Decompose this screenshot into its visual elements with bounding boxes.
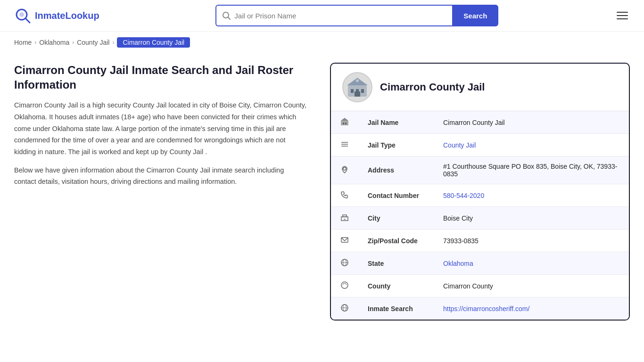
menu-line-1 <box>617 12 628 13</box>
svg-rect-11 <box>355 82 359 85</box>
row-value: Cimarron County <box>434 275 629 297</box>
jail-card: Cimarron County Jail Jail NameCimarron C… <box>330 63 630 321</box>
row-label: City <box>358 207 434 230</box>
row-icon-state <box>331 252 358 275</box>
svg-point-28 <box>341 282 348 288</box>
row-icon-zip <box>331 230 358 252</box>
logo-icon <box>14 7 31 24</box>
search-bar: Search <box>215 5 498 26</box>
table-row: StateOklahoma <box>331 252 629 275</box>
search-button[interactable]: Search <box>452 5 498 26</box>
page-description-2: Below we have given information about th… <box>14 165 306 188</box>
row-icon-jail <box>331 111 358 134</box>
breadcrumb-home[interactable]: Home <box>14 39 32 46</box>
row-value: Cimarron County Jail <box>434 111 629 134</box>
table-row: Inmate Searchhttps://cimarroncosheriff.c… <box>331 297 629 320</box>
row-label: Jail Type <box>358 134 434 156</box>
table-row: CountyCimarron County <box>331 275 629 297</box>
breadcrumb-current: Cimarron County Jail <box>117 37 190 48</box>
row-value: Boise City <box>434 207 629 230</box>
svg-rect-7 <box>351 89 354 93</box>
info-table: Jail NameCimarron County JailJail TypeCo… <box>331 111 629 320</box>
row-icon-city <box>331 207 358 230</box>
table-row: Address#1 Courthouse Square PO Box 835, … <box>331 156 629 184</box>
row-label: Inmate Search <box>358 297 434 320</box>
row-icon-web <box>331 297 358 320</box>
table-row: Jail NameCimarron County Jail <box>331 111 629 134</box>
svg-point-12 <box>356 79 359 82</box>
table-row: Zip/Postal Code73933-0835 <box>331 230 629 252</box>
svg-point-3 <box>223 12 229 18</box>
table-row: CityBoise City <box>331 207 629 230</box>
row-label: County <box>358 275 434 297</box>
svg-point-20 <box>343 167 346 170</box>
row-value[interactable]: Oklahoma <box>434 252 629 275</box>
svg-point-2 <box>19 12 24 17</box>
main-content: Cimarron County Jail Inmate Search and J… <box>0 53 644 339</box>
jail-card-header: Cimarron County Jail <box>331 64 629 111</box>
row-link[interactable]: https://cimarroncosheriff.com/ <box>443 305 529 313</box>
table-row: Contact Number580-544-2020 <box>331 184 629 207</box>
svg-rect-23 <box>344 219 346 221</box>
row-icon-phone <box>331 184 358 207</box>
svg-rect-9 <box>361 89 364 93</box>
menu-line-2 <box>617 15 628 16</box>
svg-rect-16 <box>345 123 347 124</box>
breadcrumb-sep-2: › <box>72 39 74 46</box>
logo-text: InmateLookup <box>35 10 99 21</box>
breadcrumb-oklahoma[interactable]: Oklahoma <box>39 39 69 46</box>
menu-button[interactable] <box>615 10 630 21</box>
row-value: #1 Courthouse Square PO Box 835, Boise C… <box>434 156 629 184</box>
table-row: Jail TypeCounty Jail <box>331 134 629 156</box>
left-column: Cimarron County Jail Inmate Search and J… <box>14 63 316 321</box>
row-label: Jail Name <box>358 111 434 134</box>
header: InmateLookup Search <box>0 0 644 32</box>
jail-building-icon <box>346 76 369 99</box>
row-icon-type <box>331 134 358 156</box>
breadcrumb-county-jail[interactable]: County Jail <box>77 39 109 46</box>
page-description-1: Cimarron County Jail is a high security … <box>14 99 306 157</box>
row-value[interactable]: 580-544-2020 <box>434 184 629 207</box>
row-value[interactable]: County Jail <box>434 134 629 156</box>
row-link[interactable]: 580-544-2020 <box>443 192 484 199</box>
search-input[interactable] <box>234 12 446 20</box>
row-label: Address <box>358 156 434 184</box>
svg-rect-13 <box>341 121 348 125</box>
svg-rect-15 <box>343 123 344 124</box>
row-value[interactable]: https://cimarroncosheriff.com/ <box>434 297 629 320</box>
search-icon <box>222 11 231 20</box>
breadcrumb-sep-3: › <box>112 39 114 46</box>
svg-rect-10 <box>355 91 360 97</box>
page-title: Cimarron County Jail Inmate Search and J… <box>14 63 306 92</box>
svg-rect-22 <box>343 215 347 217</box>
svg-marker-14 <box>341 118 348 121</box>
row-icon-address <box>331 156 358 184</box>
breadcrumb-sep-1: › <box>34 39 36 46</box>
row-link[interactable]: County Jail <box>443 141 476 149</box>
row-label: Contact Number <box>358 184 434 207</box>
svg-line-4 <box>228 17 230 19</box>
row-link[interactable]: Oklahoma <box>443 260 473 267</box>
search-input-wrapper <box>215 5 452 26</box>
jail-avatar <box>342 72 372 102</box>
right-column: Cimarron County Jail Jail NameCimarron C… <box>330 63 630 321</box>
menu-line-3 <box>617 18 628 19</box>
row-icon-county <box>331 275 358 297</box>
logo-link[interactable]: InmateLookup <box>14 7 99 24</box>
row-label: State <box>358 252 434 275</box>
jail-card-name: Cimarron County Jail <box>380 81 485 93</box>
row-label: Zip/Postal Code <box>358 230 434 252</box>
svg-line-1 <box>25 18 30 23</box>
row-value: 73933-0835 <box>434 230 629 252</box>
breadcrumb: Home › Oklahoma › County Jail › Cimarron… <box>0 32 644 53</box>
